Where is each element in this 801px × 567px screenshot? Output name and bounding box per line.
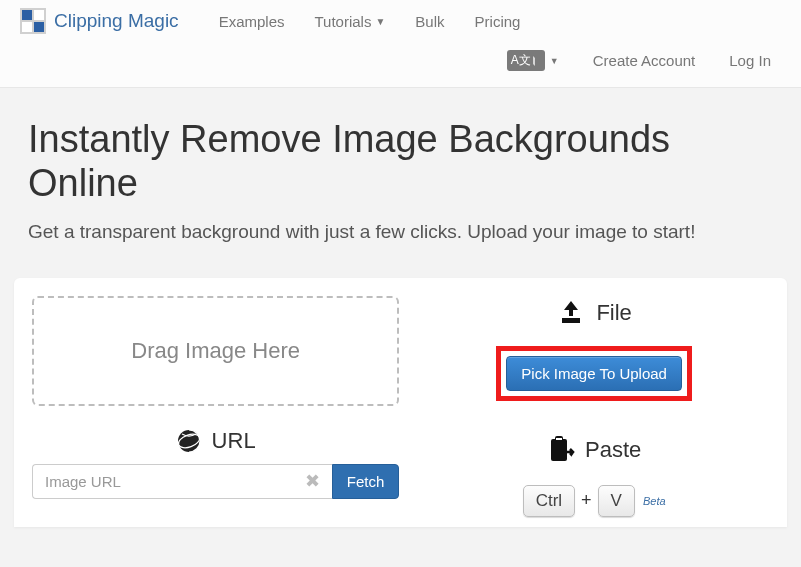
key-v[interactable]: V	[598, 485, 635, 517]
svg-rect-2	[34, 10, 44, 20]
page-title: Instantly Remove Image Backgrounds Onlin…	[28, 118, 773, 205]
brand-link[interactable]: Clipping Magic	[20, 8, 179, 34]
nav-login[interactable]: Log In	[729, 52, 771, 69]
page-subtitle: Get a transparent background with just a…	[28, 219, 773, 246]
upload-left-column: Drag Image Here URL ✖ Fetch	[32, 296, 399, 517]
nav-create-account[interactable]: Create Account	[593, 52, 696, 69]
svg-rect-7	[562, 318, 580, 323]
nav-bulk[interactable]: Bulk	[415, 13, 444, 30]
translate-icon: A文	[507, 50, 545, 71]
url-input[interactable]	[41, 465, 301, 498]
top-nav: Clipping Magic Examples Tutorials ▼ Bulk…	[0, 0, 801, 88]
pick-button-highlight: Pick Image To Upload	[496, 346, 692, 401]
pick-image-button[interactable]: Pick Image To Upload	[506, 356, 682, 391]
paste-shortcut-row: Ctrl + V Beta	[523, 485, 666, 517]
svg-rect-1	[22, 10, 32, 20]
paste-section-header: Paste	[547, 435, 641, 465]
nav-pricing[interactable]: Pricing	[475, 13, 521, 30]
nav-tutorials[interactable]: Tutorials ▼	[314, 13, 385, 30]
caret-down-icon: ▼	[550, 56, 559, 66]
url-input-wrapper: ✖	[32, 464, 332, 499]
logo-icon	[20, 8, 46, 34]
file-label: File	[596, 300, 631, 326]
nav-row-1: Clipping Magic Examples Tutorials ▼ Bulk…	[0, 0, 801, 36]
clear-icon[interactable]: ✖	[301, 470, 324, 492]
upload-right-column: File Pick Image To Upload Paste Ctrl + V…	[419, 296, 769, 517]
key-ctrl[interactable]: Ctrl	[523, 485, 575, 517]
nav-row-2: A文 ▼ Create Account Log In	[0, 36, 801, 87]
svg-rect-3	[22, 22, 32, 32]
drag-drop-label: Drag Image Here	[131, 338, 300, 364]
beta-badge: Beta	[643, 495, 666, 507]
url-label: URL	[212, 428, 256, 454]
hero: Instantly Remove Image Backgrounds Onlin…	[0, 88, 801, 266]
plus-sign: +	[581, 490, 592, 511]
language-switcher[interactable]: A文 ▼	[507, 50, 559, 71]
upload-panel: Drag Image Here URL ✖ Fetch	[14, 278, 787, 527]
file-section-header: File	[556, 298, 631, 328]
paste-label: Paste	[585, 437, 641, 463]
clipboard-icon	[547, 435, 575, 465]
fetch-button[interactable]: Fetch	[332, 464, 400, 499]
nav-links: Examples Tutorials ▼ Bulk Pricing	[219, 13, 521, 30]
upload-icon	[556, 298, 586, 328]
drag-drop-zone[interactable]: Drag Image Here	[32, 296, 399, 406]
svg-rect-8	[551, 439, 567, 461]
svg-rect-10	[556, 438, 562, 440]
nav-examples[interactable]: Examples	[219, 13, 285, 30]
url-section-header: URL	[176, 428, 256, 454]
url-input-row: ✖ Fetch	[32, 464, 399, 499]
svg-rect-4	[34, 22, 44, 32]
globe-icon	[176, 428, 202, 454]
caret-down-icon: ▼	[375, 16, 385, 27]
nav-tutorials-label: Tutorials	[314, 13, 371, 30]
brand-text: Clipping Magic	[54, 10, 179, 32]
